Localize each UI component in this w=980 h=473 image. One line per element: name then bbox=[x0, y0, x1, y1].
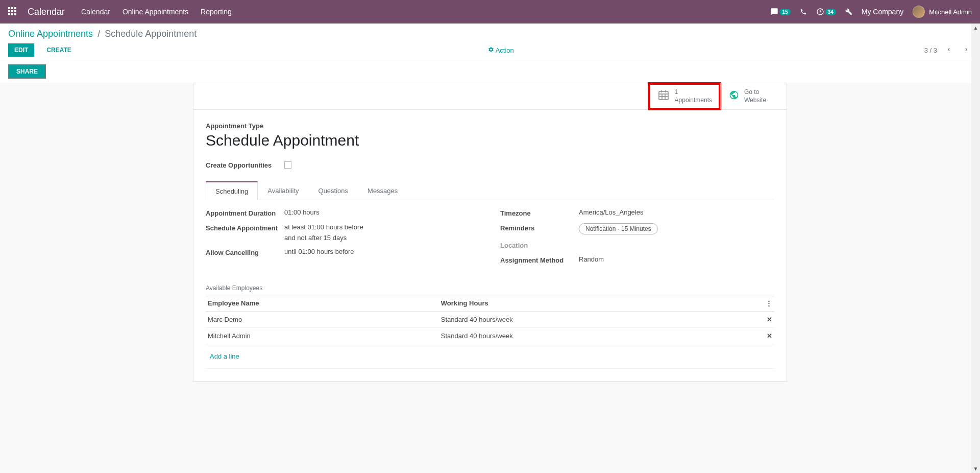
stat-buttons: 1 Appointments Go to Website bbox=[193, 83, 787, 110]
reminders-tag[interactable]: Notification - 15 Minutes bbox=[579, 223, 658, 234]
stat-appointments-label: Appointments bbox=[675, 97, 712, 105]
create-button[interactable]: CREATE bbox=[40, 43, 77, 57]
top-navbar: Calendar Calendar Online Appointments Re… bbox=[0, 0, 980, 23]
messages-icon[interactable]: 15 bbox=[770, 8, 790, 16]
tab-scheduling[interactable]: Scheduling bbox=[206, 181, 258, 200]
breadcrumb-parent[interactable]: Online Appointments bbox=[8, 29, 93, 39]
emp-hours: Standard 40 hours/week bbox=[439, 328, 759, 344]
duration-value: 01:00 hours bbox=[284, 208, 320, 217]
apps-icon[interactable] bbox=[8, 7, 17, 16]
field-create-opportunities: Create Opportunities bbox=[206, 161, 774, 169]
stat-appointments-text: 1 Appointments bbox=[675, 88, 712, 104]
stat-website-text: Go to Website bbox=[744, 88, 766, 104]
user-menu[interactable]: Mitchell Admin bbox=[913, 6, 972, 18]
location-label: Location bbox=[500, 241, 579, 249]
content-wrap: 1 Appointments Go to Website Appointment… bbox=[0, 83, 980, 402]
scroll-up-icon[interactable]: ▲ bbox=[971, 23, 980, 32]
globe-icon bbox=[729, 90, 739, 103]
left-col: Appointment Duration 01:00 hours Schedul… bbox=[206, 208, 480, 270]
scheduling-content: Appointment Duration 01:00 hours Schedul… bbox=[206, 208, 774, 270]
stat-website[interactable]: Go to Website bbox=[720, 83, 787, 109]
control-panel-row: EDIT CREATE Action 3 / 3 bbox=[8, 43, 972, 60]
edit-button[interactable]: EDIT bbox=[8, 43, 34, 57]
activities-badge: 34 bbox=[825, 9, 836, 15]
scrollbar[interactable]: ▲ ▼ bbox=[971, 23, 980, 402]
emp-hours: Standard 40 hours/week bbox=[439, 312, 759, 328]
schedule-value-1: at least 01:00 hours before bbox=[284, 223, 363, 231]
cancel-label: Allow Cancelling bbox=[206, 248, 284, 256]
reminders-label: Reminders bbox=[500, 223, 579, 234]
schedule-value: at least 01:00 hours before and not afte… bbox=[284, 223, 363, 242]
navbar-left: Calendar Calendar Online Appointments Re… bbox=[8, 7, 232, 17]
cancel-value: until 01:00 hours before bbox=[284, 248, 354, 256]
breadcrumb-current: Schedule Appointment bbox=[105, 29, 197, 39]
right-col: Timezone America/Los_Angeles Reminders N… bbox=[500, 208, 774, 270]
col-employee-name[interactable]: Employee Name bbox=[206, 295, 439, 312]
form-sheet: 1 Appointments Go to Website Appointment… bbox=[193, 83, 787, 382]
remove-row-icon[interactable]: ✕ bbox=[759, 312, 774, 328]
tab-availability[interactable]: Availability bbox=[258, 181, 308, 200]
action-dropdown[interactable]: Action bbox=[488, 46, 514, 54]
pager-text[interactable]: 3 / 3 bbox=[924, 46, 937, 54]
breadcrumb-sep: / bbox=[97, 29, 100, 39]
nav-reporting[interactable]: Reporting bbox=[201, 8, 232, 16]
action-label: Action bbox=[496, 46, 514, 54]
tab-questions[interactable]: Questions bbox=[309, 181, 358, 200]
avatar bbox=[913, 6, 925, 18]
stat-appointments-count: 1 bbox=[675, 88, 712, 97]
pager-next[interactable] bbox=[961, 45, 972, 56]
page-title: Schedule Appointment bbox=[206, 132, 774, 149]
col-options[interactable]: ⋮ bbox=[759, 295, 774, 312]
stat-website-line2: Website bbox=[744, 97, 766, 105]
cp-center: Action bbox=[78, 46, 924, 54]
debug-icon[interactable] bbox=[845, 8, 852, 15]
cp-left: EDIT CREATE bbox=[8, 43, 78, 57]
emp-name: Marc Demo bbox=[206, 312, 439, 328]
svg-rect-1 bbox=[659, 91, 668, 100]
sheet-body: Appointment Type Schedule Appointment Cr… bbox=[193, 110, 787, 381]
brand-title[interactable]: Calendar bbox=[28, 7, 65, 17]
assignment-label: Assignment Method bbox=[500, 255, 579, 264]
activities-icon[interactable]: 34 bbox=[816, 8, 836, 16]
control-panel: Online Appointments / Schedule Appointme… bbox=[0, 23, 980, 60]
tabs: Scheduling Availability Questions Messag… bbox=[206, 181, 774, 200]
nav-online-appointments[interactable]: Online Appointments bbox=[122, 8, 188, 16]
add-line-link[interactable]: Add a line bbox=[208, 348, 241, 364]
duration-label: Appointment Duration bbox=[206, 208, 284, 217]
schedule-label: Schedule Appointment bbox=[206, 223, 284, 242]
create-opp-checkbox[interactable] bbox=[284, 161, 291, 169]
schedule-value-2: and not after 15 days bbox=[284, 234, 363, 242]
stat-appointments[interactable]: 1 Appointments bbox=[649, 83, 720, 109]
nav-menu: Calendar Online Appointments Reporting bbox=[81, 8, 232, 16]
calendar-icon bbox=[657, 89, 670, 104]
tab-messages[interactable]: Messages bbox=[358, 181, 407, 200]
share-button[interactable]: SHARE bbox=[8, 64, 46, 79]
pager-prev[interactable] bbox=[943, 45, 954, 56]
appointment-type-label: Appointment Type bbox=[206, 122, 774, 130]
breadcrumb: Online Appointments / Schedule Appointme… bbox=[8, 29, 972, 39]
navbar-right: 15 34 My Company Mitchell Admin bbox=[770, 6, 972, 18]
table-row[interactable]: Mitchell Admin Standard 40 hours/week ✕ bbox=[206, 328, 774, 344]
table-row[interactable]: Marc Demo Standard 40 hours/week ✕ bbox=[206, 312, 774, 328]
remove-row-icon[interactable]: ✕ bbox=[759, 328, 774, 344]
available-employees-title: Available Employees bbox=[206, 285, 774, 292]
phone-icon[interactable] bbox=[800, 8, 807, 15]
messages-badge: 15 bbox=[779, 9, 790, 15]
user-name: Mitchell Admin bbox=[929, 8, 972, 16]
company-selector[interactable]: My Company bbox=[862, 8, 903, 16]
emp-name: Mitchell Admin bbox=[206, 328, 439, 344]
timezone-label: Timezone bbox=[500, 208, 579, 217]
col-working-hours[interactable]: Working Hours bbox=[439, 295, 759, 312]
create-opp-label: Create Opportunities bbox=[206, 161, 284, 169]
nav-calendar[interactable]: Calendar bbox=[81, 8, 110, 16]
gear-icon bbox=[488, 46, 494, 54]
cp-right: 3 / 3 bbox=[924, 45, 972, 56]
stat-website-line1: Go to bbox=[744, 88, 766, 97]
assignment-value: Random bbox=[579, 255, 604, 264]
employees-table: Employee Name Working Hours ⋮ Marc Demo … bbox=[206, 295, 774, 369]
share-bar: SHARE bbox=[0, 60, 980, 83]
timezone-value: America/Los_Angeles bbox=[579, 208, 643, 217]
